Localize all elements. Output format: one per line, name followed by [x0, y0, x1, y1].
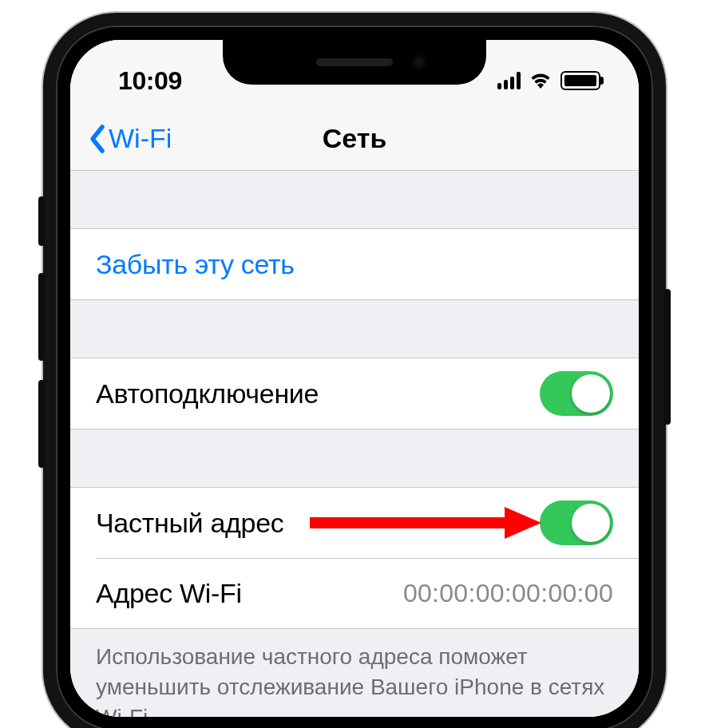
settings-content: Забыть эту сеть Автоподключение Ч	[70, 171, 639, 717]
wifi-icon	[529, 72, 553, 89]
auto-join-group: Автоподключение	[70, 358, 639, 429]
volume-up-button	[38, 273, 45, 361]
battery-icon	[560, 71, 600, 90]
toggle-knob	[572, 504, 610, 542]
auto-join-cell: Автоподключение	[70, 358, 639, 429]
toggle-knob	[572, 374, 610, 413]
status-indicators	[497, 71, 600, 90]
private-address-label: Частный адрес	[96, 508, 283, 539]
earpiece-speaker	[316, 58, 393, 66]
chevron-left-icon	[88, 124, 105, 154]
auto-join-toggle[interactable]	[540, 371, 613, 416]
mute-switch	[38, 196, 45, 246]
navigation-bar: Wi-Fi Сеть	[70, 107, 639, 171]
screen: 10:09	[70, 40, 639, 717]
private-address-toggle[interactable]	[540, 500, 613, 545]
volume-down-button	[38, 380, 45, 468]
status-time: 10:09	[118, 66, 182, 96]
front-camera	[411, 54, 427, 70]
private-address-cell: Частный адрес	[70, 488, 639, 558]
page-title: Сеть	[323, 123, 387, 154]
cellular-signal-icon	[497, 72, 521, 89]
phone-frame: 10:09	[43, 13, 666, 728]
forget-group: Забыть эту сеть	[70, 228, 639, 300]
notch	[223, 40, 486, 85]
forget-network-label: Забыть эту сеть	[96, 249, 295, 280]
footer-note: Использование частного адреса поможет ум…	[70, 629, 639, 717]
wifi-address-label: Адрес Wi-Fi	[96, 578, 242, 609]
forget-network-button[interactable]: Забыть эту сеть	[70, 229, 639, 299]
wifi-address-cell: Адрес Wi-Fi 00:00:00:00:00:00	[96, 558, 639, 628]
back-label: Wi-Fi	[109, 123, 172, 154]
address-group: Частный адрес Адрес Wi-Fi 00:00:00:00:00…	[70, 487, 639, 629]
auto-join-label: Автоподключение	[96, 378, 319, 410]
wifi-address-value: 00:00:00:00:00:00	[403, 579, 613, 608]
side-button	[664, 289, 671, 425]
back-button[interactable]: Wi-Fi	[88, 123, 172, 154]
